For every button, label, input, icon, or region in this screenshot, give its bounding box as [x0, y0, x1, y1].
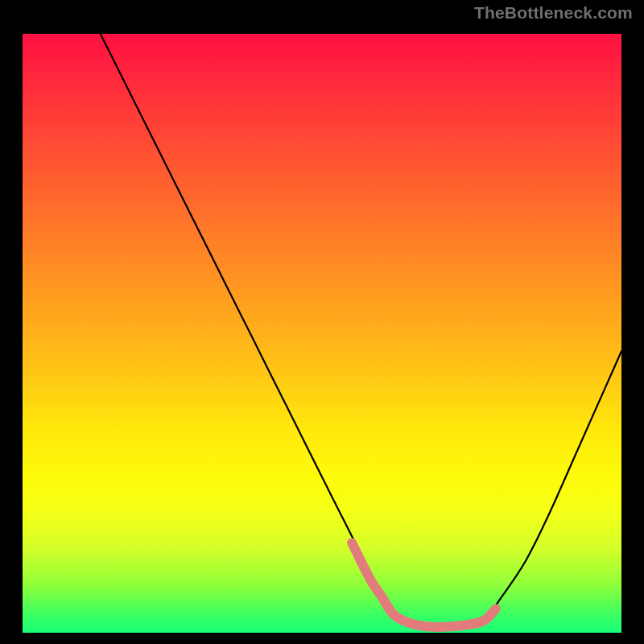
bottleneck-highlight: [352, 543, 496, 627]
chart-background-gradient: [23, 34, 621, 633]
watermark-text: TheBottleneck.com: [474, 3, 633, 23]
chart-frame: [11, 23, 631, 642]
bottleneck-curve: [101, 34, 621, 627]
chart-svg: [23, 34, 621, 633]
